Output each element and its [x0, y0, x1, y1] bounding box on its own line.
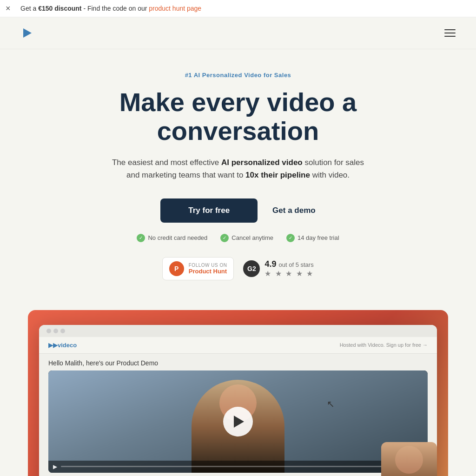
browser-bar [39, 325, 437, 337]
dot-red [46, 329, 51, 333]
subtitle-bold1: AI personalized video [221, 158, 303, 167]
hero-section: #1 AI Personalized Video for Sales Make … [0, 49, 476, 310]
video-player[interactable]: ▶ 0:00 ↖ [48, 370, 428, 473]
product-hunt-link[interactable]: product hunt page [149, 5, 201, 12]
product-hunt-badge[interactable]: P FOLLOW US ON Product Hunt [162, 257, 234, 280]
trust-label-1: No credit card needed [148, 234, 207, 241]
video-title: Hello Malith, here's our Product Demo [39, 354, 437, 370]
product-hunt-text: FOLLOW US ON Product Hunt [189, 263, 227, 275]
logo-icon [19, 25, 35, 41]
browser-header: ▶▶videco Hosted with Videco. Sign up for… [39, 337, 437, 354]
cta-buttons: Try for free Get a demo [19, 198, 457, 223]
discount-bold: €150 discount [38, 5, 81, 12]
hamburger-menu-button[interactable] [443, 27, 457, 39]
ph-name: Product Hunt [189, 268, 227, 275]
subtitle-suffix: with video. [310, 171, 350, 179]
browser-logo-text: ▶videco [53, 342, 77, 349]
video-section: ▶▶videco Hosted with Videco. Sign up for… [28, 310, 448, 476]
check-icon-2: ✓ [220, 234, 229, 242]
g2-rating: 4.9 out of 5 stars [264, 259, 313, 269]
close-announcement-button[interactable]: × [6, 4, 11, 13]
subtitle-prefix: The easiest and most effective [112, 158, 221, 167]
announcement-bar: × Get a €150 discount - Find the code on… [0, 0, 476, 17]
social-proof: P FOLLOW US ON Product Hunt G2 4.9 out o… [19, 257, 457, 280]
hamburger-line-3 [444, 36, 456, 37]
hero-badge: #1 AI Personalized Video for Sales [19, 72, 457, 79]
trust-label-3: 14 day free trial [298, 234, 339, 241]
product-hunt-logo: P [169, 261, 184, 276]
hamburger-line-1 [444, 29, 456, 30]
trust-label-2: Cancel anytime [231, 234, 273, 241]
announcement-middle: - Find the code on our [83, 5, 149, 12]
get-demo-button[interactable]: Get a demo [272, 206, 316, 215]
trust-badges: ✓ No credit card needed ✓ Cancel anytime… [19, 234, 457, 242]
browser-dots [46, 329, 65, 333]
trust-item-cancel: ✓ Cancel anytime [220, 234, 273, 242]
g2-info: 4.9 out of 5 stars ★ ★ ★ ★ ★ [264, 259, 314, 278]
side-person [381, 442, 437, 476]
g2-stars: ★ ★ ★ ★ ★ [264, 269, 314, 278]
subtitle-bold2: 10x their pipeline [245, 171, 310, 179]
g2-text: out of 5 stars [279, 261, 314, 268]
g2-logo: G2 [243, 260, 260, 277]
dot-yellow [53, 329, 58, 333]
progress-bar[interactable] [61, 466, 410, 467]
g2-badge[interactable]: G2 4.9 out of 5 stars ★ ★ ★ ★ ★ [243, 259, 314, 278]
browser-logo: ▶▶videco [48, 342, 77, 349]
logo[interactable] [19, 25, 35, 41]
ph-follow-label: FOLLOW US ON [189, 263, 227, 268]
hamburger-line-2 [444, 33, 456, 33]
hosted-text: Hosted with Videco. Sign up for free → [340, 342, 428, 348]
hero-title: Make every video a conversation [52, 88, 424, 145]
hero-subtitle: The easiest and most effective AI person… [108, 156, 368, 181]
play-button[interactable] [223, 407, 253, 436]
navbar [0, 17, 476, 49]
browser-window: ▶▶videco Hosted with Videco. Sign up for… [39, 325, 437, 476]
trust-item-no-cc: ✓ No credit card needed [137, 234, 207, 242]
announcement-text: Get a €150 discount - Find the code on o… [20, 5, 201, 12]
svg-marker-0 [23, 28, 32, 38]
browser-logo-arrow: ▶ [48, 342, 53, 349]
dot-green [60, 329, 65, 333]
side-person-head [395, 446, 423, 474]
g2-rating-number: 4.9 [264, 259, 276, 269]
try-free-button[interactable]: Try for free [160, 198, 258, 223]
video-play-icon[interactable]: ▶ [53, 463, 57, 470]
video-controls: ▶ 0:00 [48, 461, 428, 473]
check-icon-1: ✓ [137, 234, 145, 242]
video-caption: Malith thank you for being part of our j… [39, 473, 437, 476]
trust-item-trial: ✓ 14 day free trial [286, 234, 339, 242]
check-icon-3: ✓ [286, 234, 295, 242]
